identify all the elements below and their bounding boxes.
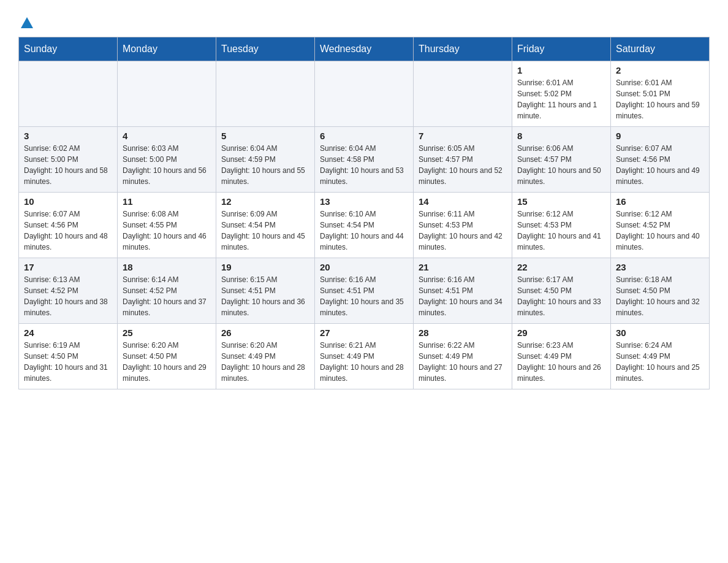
day-number: 8 xyxy=(517,131,605,141)
day-info: Sunrise: 6:19 AMSunset: 4:50 PMDaylight:… xyxy=(24,340,112,384)
day-info: Sunrise: 6:07 AMSunset: 4:56 PMDaylight:… xyxy=(616,143,704,187)
calendar-cell: 3Sunrise: 6:02 AMSunset: 5:00 PMDaylight… xyxy=(19,127,118,193)
calendar-cell: 24Sunrise: 6:19 AMSunset: 4:50 PMDayligh… xyxy=(19,324,118,389)
day-number: 25 xyxy=(123,327,211,338)
calendar-cell: 9Sunrise: 6:07 AMSunset: 4:56 PMDaylight… xyxy=(611,127,710,193)
calendar-cell: 21Sunrise: 6:16 AMSunset: 4:51 PMDayligh… xyxy=(414,258,512,324)
day-info: Sunrise: 6:16 AMSunset: 4:51 PMDaylight:… xyxy=(320,274,408,318)
day-number: 5 xyxy=(221,131,309,141)
day-number: 13 xyxy=(320,196,408,207)
calendar-cell: 30Sunrise: 6:24 AMSunset: 4:49 PMDayligh… xyxy=(611,324,710,389)
calendar-cell: 6Sunrise: 6:04 AMSunset: 4:58 PMDaylight… xyxy=(315,127,414,193)
calendar-cell: 29Sunrise: 6:23 AMSunset: 4:49 PMDayligh… xyxy=(512,324,611,389)
logo xyxy=(18,12,33,27)
calendar-cell: 23Sunrise: 6:18 AMSunset: 4:50 PMDayligh… xyxy=(611,258,710,324)
day-info: Sunrise: 6:01 AMSunset: 5:02 PMDaylight:… xyxy=(517,77,605,121)
calendar-cell: 14Sunrise: 6:11 AMSunset: 4:53 PMDayligh… xyxy=(414,193,512,258)
day-number: 28 xyxy=(419,327,507,338)
day-info: Sunrise: 6:12 AMSunset: 4:52 PMDaylight:… xyxy=(616,209,704,253)
day-number: 29 xyxy=(517,327,605,338)
calendar-cell: 27Sunrise: 6:21 AMSunset: 4:49 PMDayligh… xyxy=(315,324,414,389)
calendar-week-row: 3Sunrise: 6:02 AMSunset: 5:00 PMDaylight… xyxy=(19,127,710,193)
calendar-week-row: 17Sunrise: 6:13 AMSunset: 4:52 PMDayligh… xyxy=(19,258,710,324)
day-info: Sunrise: 6:05 AMSunset: 4:57 PMDaylight:… xyxy=(419,143,507,187)
calendar-cell: 19Sunrise: 6:15 AMSunset: 4:51 PMDayligh… xyxy=(216,258,315,324)
day-number: 3 xyxy=(24,131,112,141)
day-number: 24 xyxy=(24,327,112,338)
calendar-cell xyxy=(118,61,216,127)
day-number: 6 xyxy=(320,131,408,141)
calendar-cell: 17Sunrise: 6:13 AMSunset: 4:52 PMDayligh… xyxy=(19,258,118,324)
calendar-week-row: 1Sunrise: 6:01 AMSunset: 5:02 PMDaylight… xyxy=(19,61,710,127)
day-number: 17 xyxy=(24,262,112,272)
day-number: 7 xyxy=(419,131,507,141)
day-number: 14 xyxy=(419,196,507,207)
day-info: Sunrise: 6:09 AMSunset: 4:54 PMDaylight:… xyxy=(221,209,309,253)
calendar-cell: 1Sunrise: 6:01 AMSunset: 5:02 PMDaylight… xyxy=(512,61,611,127)
column-header-tuesday: Tuesday xyxy=(216,37,315,61)
calendar-cell: 7Sunrise: 6:05 AMSunset: 4:57 PMDaylight… xyxy=(414,127,512,193)
page-header xyxy=(18,12,710,27)
day-info: Sunrise: 6:03 AMSunset: 5:00 PMDaylight:… xyxy=(123,143,211,187)
calendar-cell: 20Sunrise: 6:16 AMSunset: 4:51 PMDayligh… xyxy=(315,258,414,324)
calendar-cell: 15Sunrise: 6:12 AMSunset: 4:53 PMDayligh… xyxy=(512,193,611,258)
day-info: Sunrise: 6:11 AMSunset: 4:53 PMDaylight:… xyxy=(419,209,507,253)
day-info: Sunrise: 6:01 AMSunset: 5:01 PMDaylight:… xyxy=(616,77,704,121)
day-number: 20 xyxy=(320,262,408,272)
day-number: 27 xyxy=(320,327,408,338)
calendar-cell: 2Sunrise: 6:01 AMSunset: 5:01 PMDaylight… xyxy=(611,61,710,127)
day-info: Sunrise: 6:04 AMSunset: 4:58 PMDaylight:… xyxy=(320,143,408,187)
column-header-friday: Friday xyxy=(512,37,611,61)
calendar-cell: 22Sunrise: 6:17 AMSunset: 4:50 PMDayligh… xyxy=(512,258,611,324)
day-info: Sunrise: 6:14 AMSunset: 4:52 PMDaylight:… xyxy=(123,274,211,318)
day-info: Sunrise: 6:15 AMSunset: 4:51 PMDaylight:… xyxy=(221,274,309,318)
day-info: Sunrise: 6:10 AMSunset: 4:54 PMDaylight:… xyxy=(320,209,408,253)
calendar-week-row: 10Sunrise: 6:07 AMSunset: 4:56 PMDayligh… xyxy=(19,193,710,258)
day-number: 10 xyxy=(24,196,112,207)
day-number: 11 xyxy=(123,196,211,207)
column-header-thursday: Thursday xyxy=(414,37,512,61)
day-number: 2 xyxy=(616,65,704,75)
calendar-cell xyxy=(315,61,414,127)
day-number: 19 xyxy=(221,262,309,272)
logo-triangle-icon xyxy=(21,17,33,28)
calendar-cell: 5Sunrise: 6:04 AMSunset: 4:59 PMDaylight… xyxy=(216,127,315,193)
calendar-cell xyxy=(19,61,118,127)
column-header-sunday: Sunday xyxy=(19,37,118,61)
day-info: Sunrise: 6:08 AMSunset: 4:55 PMDaylight:… xyxy=(123,209,211,253)
day-info: Sunrise: 6:17 AMSunset: 4:50 PMDaylight:… xyxy=(517,274,605,318)
day-info: Sunrise: 6:22 AMSunset: 4:49 PMDaylight:… xyxy=(419,340,507,384)
calendar-cell: 25Sunrise: 6:20 AMSunset: 4:50 PMDayligh… xyxy=(118,324,216,389)
day-info: Sunrise: 6:02 AMSunset: 5:00 PMDaylight:… xyxy=(24,143,112,187)
day-number: 4 xyxy=(123,131,211,141)
day-info: Sunrise: 6:04 AMSunset: 4:59 PMDaylight:… xyxy=(221,143,309,187)
day-info: Sunrise: 6:12 AMSunset: 4:53 PMDaylight:… xyxy=(517,209,605,253)
calendar-cell: 10Sunrise: 6:07 AMSunset: 4:56 PMDayligh… xyxy=(19,193,118,258)
column-header-wednesday: Wednesday xyxy=(315,37,414,61)
calendar-header-row: SundayMondayTuesdayWednesdayThursdayFrid… xyxy=(19,37,710,61)
calendar-cell xyxy=(216,61,315,127)
day-number: 16 xyxy=(616,196,704,207)
day-info: Sunrise: 6:06 AMSunset: 4:57 PMDaylight:… xyxy=(517,143,605,187)
day-number: 26 xyxy=(221,327,309,338)
day-number: 12 xyxy=(221,196,309,207)
day-info: Sunrise: 6:20 AMSunset: 4:49 PMDaylight:… xyxy=(221,340,309,384)
day-info: Sunrise: 6:18 AMSunset: 4:50 PMDaylight:… xyxy=(616,274,704,318)
day-info: Sunrise: 6:16 AMSunset: 4:51 PMDaylight:… xyxy=(419,274,507,318)
day-number: 22 xyxy=(517,262,605,272)
calendar-cell: 11Sunrise: 6:08 AMSunset: 4:55 PMDayligh… xyxy=(118,193,216,258)
day-number: 15 xyxy=(517,196,605,207)
day-number: 18 xyxy=(123,262,211,272)
calendar-cell: 16Sunrise: 6:12 AMSunset: 4:52 PMDayligh… xyxy=(611,193,710,258)
column-header-monday: Monday xyxy=(118,37,216,61)
day-info: Sunrise: 6:13 AMSunset: 4:52 PMDaylight:… xyxy=(24,274,112,318)
calendar-cell: 13Sunrise: 6:10 AMSunset: 4:54 PMDayligh… xyxy=(315,193,414,258)
calendar-table: SundayMondayTuesdayWednesdayThursdayFrid… xyxy=(18,37,710,389)
day-number: 23 xyxy=(616,262,704,272)
day-number: 1 xyxy=(517,65,605,75)
day-info: Sunrise: 6:23 AMSunset: 4:49 PMDaylight:… xyxy=(517,340,605,384)
day-number: 30 xyxy=(616,327,704,338)
day-number: 21 xyxy=(419,262,507,272)
day-info: Sunrise: 6:20 AMSunset: 4:50 PMDaylight:… xyxy=(123,340,211,384)
calendar-cell: 28Sunrise: 6:22 AMSunset: 4:49 PMDayligh… xyxy=(414,324,512,389)
